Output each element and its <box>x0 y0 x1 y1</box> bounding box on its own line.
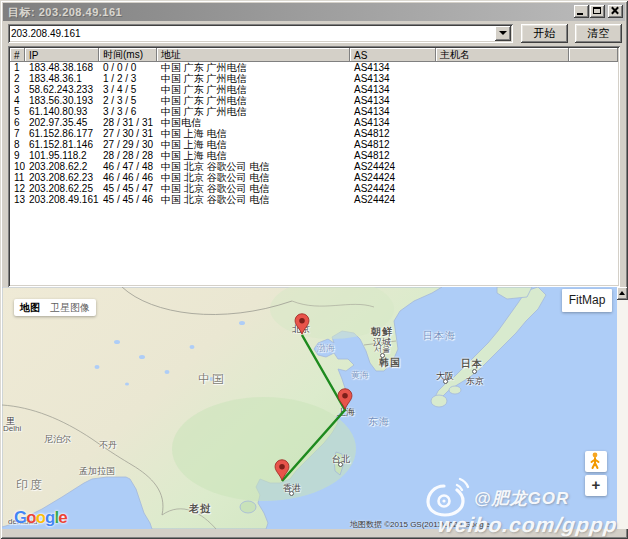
table-cell <box>436 106 569 117</box>
table-cell <box>436 194 569 205</box>
map-type-button[interactable]: 地图 <box>20 301 40 315</box>
column-header[interactable] <box>569 48 618 62</box>
map-label: 不丹 <box>99 439 117 452</box>
map-label: 韩国 <box>379 356 401 370</box>
table-row[interactable]: 10203.208.62.246 / 47 / 48中国 北京 谷歌公司 电信A… <box>10 161 618 172</box>
fitmap-button[interactable]: FitMap <box>562 289 612 312</box>
table-cell: AS4812 <box>350 139 436 150</box>
table-cell: AS24424 <box>350 194 436 205</box>
table-cell: 28 / 31 / 31 <box>99 117 157 128</box>
minimize-button[interactable] <box>574 5 589 18</box>
table-row[interactable]: 4183.56.30.1932 / 3 / 5中国 广东 广州电信AS4134 <box>10 95 618 106</box>
satellite-button[interactable]: 卫星图像 <box>50 301 90 315</box>
map-pane[interactable]: 中国印度朝鲜韩国日本老挝不丹尼泊尔孟加拉国汉城서울大阪东京台北香港北京上海日本海… <box>2 287 617 529</box>
table-row[interactable]: 9101.95.118.228 / 28 / 28中国 上海 电信AS4812 <box>10 150 618 161</box>
table-row[interactable]: 861.152.81.14627 / 29 / 30中国 上海 电信AS4812 <box>10 139 618 150</box>
scrollbar-track[interactable] <box>617 287 628 529</box>
table-cell: 27 / 30 / 31 <box>99 128 157 139</box>
column-header[interactable]: 地址 <box>157 48 350 62</box>
minimize-icon <box>577 13 583 15</box>
trace-list: #IP时间(ms)地址AS主机名 1183.48.38.1680 / 0 / 0… <box>8 46 620 287</box>
table-cell: AS4134 <box>350 95 436 106</box>
table-cell: 58.62.243.233 <box>25 84 99 95</box>
table-cell: AS4812 <box>350 128 436 139</box>
table-row[interactable]: 6202.97.35.4528 / 31 / 31中国电信AS4134 <box>10 117 618 128</box>
table-cell <box>436 117 569 128</box>
table-cell: 11 <box>10 172 25 183</box>
table-row[interactable]: 13203.208.49.16145 / 45 / 46中国 北京 谷歌公司 电… <box>10 194 618 205</box>
table-row[interactable]: 358.62.243.2333 / 4 / 5中国 广东 广州电信AS4134 <box>10 84 618 95</box>
pegman-button[interactable] <box>585 451 607 472</box>
table-cell: 中国 广东 广州电信 <box>157 84 350 95</box>
table-cell: 中国 北京 谷歌公司 电信 <box>157 172 350 183</box>
table-cell: AS4134 <box>350 106 436 117</box>
column-header[interactable]: # <box>10 48 25 62</box>
google-logo-letter: o <box>26 508 35 527</box>
table-cell: 中国 北京 谷歌公司 电信 <box>157 161 350 172</box>
scrollbar-up-button[interactable] <box>617 287 628 300</box>
google-logo[interactable]: Google <box>14 508 67 528</box>
maximize-button[interactable] <box>590 5 605 18</box>
map-label: 黄海 <box>351 369 369 382</box>
table-cell <box>569 161 618 172</box>
table-cell: 3 / 3 / 6 <box>99 106 157 117</box>
title-bar[interactable]: 目标: 203.208.49.161 <box>3 3 625 21</box>
zoom-in-button[interactable]: + <box>585 475 607 496</box>
table-cell <box>569 95 618 106</box>
google-logo-letter: G <box>14 508 26 527</box>
target-dropdown-button[interactable] <box>495 26 511 41</box>
table-row[interactable]: 11203.208.62.2346 / 46 / 46中国 北京 谷歌公司 电信… <box>10 172 618 183</box>
table-row[interactable]: 2183.48.36.11 / 2 / 3中国 广东 广州电信AS4134 <box>10 73 618 84</box>
table-cell: 中国 广东 广州电信 <box>157 106 350 117</box>
table-cell <box>436 150 569 161</box>
table-row[interactable]: 12203.208.62.2545 / 45 / 47中国 北京 谷歌公司 电信… <box>10 183 618 194</box>
table-cell: 中国电信 <box>157 117 350 128</box>
map-label: 印度 <box>16 477 44 494</box>
table-cell: 61.152.86.177 <box>25 128 99 139</box>
map-type-control: 地图 卫星图像 <box>14 299 96 316</box>
table-cell <box>436 128 569 139</box>
map-label: 尼泊尔 <box>44 433 71 446</box>
table-cell: 203.208.49.161 <box>25 194 99 205</box>
table-cell <box>436 161 569 172</box>
city-marker-icon <box>380 353 385 358</box>
table-cell: AS24424 <box>350 172 436 183</box>
table-cell <box>569 139 618 150</box>
table-cell: 2 / 3 / 5 <box>99 95 157 106</box>
column-header[interactable]: 时间(ms) <box>99 48 157 62</box>
table-cell: 中国 上海 电信 <box>157 150 350 161</box>
table-cell <box>436 183 569 194</box>
google-logo-letter: g <box>45 508 54 527</box>
close-button[interactable] <box>608 5 623 18</box>
table-row[interactable]: 561.140.80.933 / 3 / 6中国 广东 广州电信AS4134 <box>10 106 618 117</box>
column-header[interactable]: AS <box>350 48 436 62</box>
table-cell: 10 <box>10 161 25 172</box>
column-header[interactable]: IP <box>25 48 99 62</box>
column-header[interactable]: 主机名 <box>436 48 569 62</box>
start-button[interactable]: 开始 <box>521 24 568 43</box>
table-cell: 28 / 28 / 28 <box>99 150 157 161</box>
target-input[interactable] <box>11 27 491 40</box>
table-cell <box>436 62 569 73</box>
maximize-icon <box>593 7 601 14</box>
table-cell <box>569 84 618 95</box>
table-cell <box>436 73 569 84</box>
table-cell: 4 <box>10 95 25 106</box>
table-cell <box>569 117 618 128</box>
google-logo-letter: e <box>58 508 66 527</box>
table-cell: 101.95.118.2 <box>25 150 99 161</box>
table-cell <box>569 150 618 161</box>
table-cell <box>436 95 569 106</box>
table-cell: 1 <box>10 62 25 73</box>
clear-button[interactable]: 清空 <box>575 24 622 43</box>
table-cell: 61.152.81.146 <box>25 139 99 150</box>
table-row[interactable]: 761.152.86.17727 / 30 / 31中国 上海 电信AS4812 <box>10 128 618 139</box>
table-cell: 3 <box>10 84 25 95</box>
table-cell: AS4812 <box>350 150 436 161</box>
city-marker-icon <box>289 491 294 496</box>
table-row[interactable]: 1183.48.38.1680 / 0 / 0中国 广东 广州电信AS4134 <box>10 62 618 73</box>
table-cell <box>569 73 618 84</box>
city-marker-icon <box>472 369 477 374</box>
table-cell: 13 <box>10 194 25 205</box>
table-cell: 8 <box>10 139 25 150</box>
